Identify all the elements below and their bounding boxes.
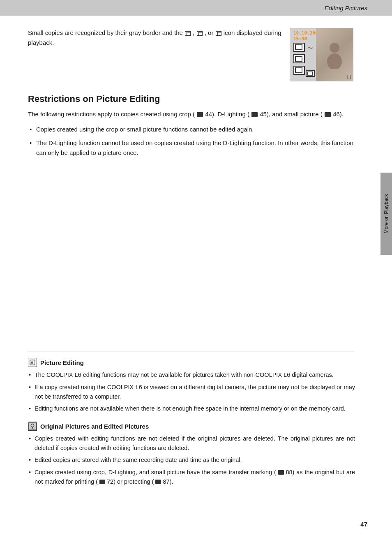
note-pe-item-1: The COOLPIX L6 editing functions may not…: [28, 370, 355, 380]
divider-1: [28, 351, 355, 351]
note-picture-editing: Picture Editing The COOLPIX L6 editing f…: [28, 358, 355, 413]
restrictions-intro: The following restrictions apply to copi…: [28, 109, 353, 120]
cam-icon-box-3: [293, 66, 305, 75]
ref-icon-crop: [197, 112, 203, 117]
small-icon-1: [185, 31, 191, 36]
comma-2: , or: [205, 29, 215, 36]
svg-point-0: [330, 43, 339, 53]
bottom-section: Picture Editing The COOLPIX L6 editing f…: [0, 344, 380, 519]
photo-placeholder: [316, 28, 353, 81]
note-pe-item-3: Editing functions are not available when…: [28, 404, 355, 413]
note-orig-item-2: Edited copies are stored with the same r…: [28, 455, 355, 465]
page-title: Editing Pictures: [325, 5, 367, 12]
ref-icon-smallpic: [325, 112, 331, 117]
restrictions-heading: Restrictions on Picture Editing: [28, 94, 353, 104]
note-picture-editing-title: Picture Editing: [40, 359, 84, 366]
note-original-title: Original Pictures and Edited Pictures: [40, 423, 149, 430]
small-icon-2: [197, 31, 203, 36]
person-silhouette: [324, 40, 345, 69]
svg-rect-6: [29, 422, 36, 430]
page-number: 47: [360, 521, 367, 528]
note-q-icon: [28, 422, 37, 431]
ref-icon-protect: [155, 480, 161, 484]
restrictions-list: Copies created using the crop or small p…: [28, 125, 353, 158]
comma-1: ,: [193, 29, 196, 36]
main-content: Small copies are recognized by their gra…: [0, 16, 378, 177]
header-bar: Editing Pictures: [0, 0, 392, 16]
corner-icon: [ ]: [347, 74, 351, 79]
note-orig-item-3: Copies created using crop, D-Lighting, a…: [28, 468, 355, 487]
camera-display-image: 10.10.2006 15:30: [290, 28, 353, 81]
page-container: Editing Pictures More on Playback Small …: [0, 0, 392, 540]
cam-icon-box-1: [293, 43, 305, 52]
svg-point-1: [327, 53, 342, 69]
camera-screen: 10.10.2006 15:30: [290, 28, 353, 81]
camera-icons-left: [293, 43, 305, 75]
note-picture-editing-list: The COOLPIX L6 editing functions may not…: [28, 370, 355, 413]
note-original-list: Copies created with editing functions ar…: [28, 434, 355, 487]
small-icon-3: [216, 31, 221, 36]
cam-icon-inner-3: [295, 67, 302, 73]
intro-section: Small copies are recognized by their gra…: [28, 28, 353, 81]
intro-text-block: Small copies are recognized by their gra…: [28, 28, 281, 48]
ref-icon-dlighting: [251, 112, 258, 117]
intro-text-part1: Small copies are recognized by their gra…: [28, 29, 184, 36]
small-copy-icon: [306, 70, 315, 77]
camera-photo-area: [316, 28, 353, 81]
note-picture-editing-heading-row: Picture Editing: [28, 358, 355, 367]
note-pe-item-2: If a copy created using the COOLPIX L6 i…: [28, 383, 355, 402]
sidebar-tab: More on Playback: [380, 173, 392, 255]
wave-icon: 〜: [307, 45, 313, 52]
sidebar-tab-label: More on Playback: [383, 194, 389, 233]
note-orig-item-1: Copies created with editing functions ar…: [28, 434, 355, 453]
svg-line-4: [32, 361, 33, 363]
ref-icon-transfer: [278, 470, 284, 475]
restriction-item-1: Copies created using the crop or small p…: [28, 125, 353, 135]
note-original-pictures: Original Pictures and Edited Pictures Co…: [28, 422, 355, 487]
restriction-item-2: The D-Lighting function cannot be used o…: [28, 138, 353, 159]
cam-icon-inner-1: [295, 44, 302, 50]
ref-icon-print: [99, 480, 105, 484]
cam-icon-box-2: [293, 54, 305, 63]
note-original-heading-row: Original Pictures and Edited Pictures: [28, 422, 355, 431]
cam-icon-inner-2: [295, 56, 302, 62]
note-pencil-icon: [28, 358, 37, 367]
